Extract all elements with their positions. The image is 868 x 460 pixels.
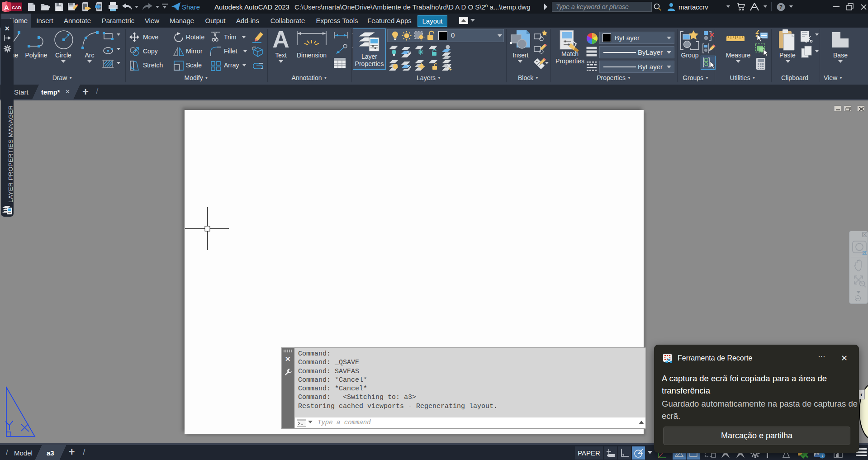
svg-text:2D: 2D <box>862 250 867 256</box>
svg-text:?: ? <box>779 4 783 10</box>
svg-text:A: A <box>4 4 9 11</box>
svg-text:CAD: CAD <box>12 5 21 10</box>
